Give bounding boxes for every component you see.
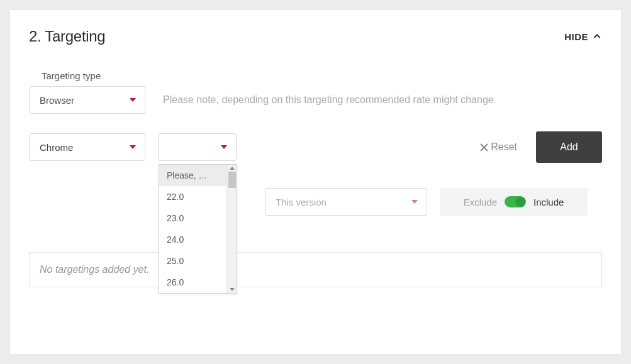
section-title: 2. Targeting [29,28,105,45]
version-option[interactable]: Please, … [159,165,226,186]
hide-button[interactable]: HIDE [564,31,602,42]
targeting-type-label: Targeting type [42,70,602,81]
scroll-track[interactable] [228,172,236,286]
caret-down-icon [411,200,418,204]
version-mode-select[interactable]: This version [265,188,427,216]
caret-down-icon [221,145,227,149]
exclude-label: Exclude [464,197,497,207]
scroll-thumb[interactable] [228,172,236,188]
hide-label: HIDE [564,31,588,42]
type-row: Browser Please note, depending on this t… [29,86,602,114]
targeting-section: 2. Targeting HIDE Targeting type Browser… [9,9,622,355]
close-icon [480,143,488,152]
version-mode-row: This version Exclude Include [265,188,602,216]
include-label: Include [533,197,564,207]
version-mode-placeholder: This version [276,197,327,207]
targeting-type-value: Browser [40,95,74,106]
scroll-up-icon[interactable] [230,167,235,170]
switch-knob [515,197,525,207]
version-dropdown: Please, … 22.0 23.0 24.0 25.0 26.0 [159,164,237,294]
version-option[interactable]: 22.0 [159,186,226,207]
section-header: 2. Targeting HIDE [29,28,602,45]
chevron-up-icon [592,31,602,41]
version-select[interactable]: Please, … 22.0 23.0 24.0 25.0 26.0 [158,133,237,161]
browser-value: Chrome [40,142,73,153]
version-option[interactable]: 24.0 [159,229,226,250]
targeting-type-select[interactable]: Browser [29,86,145,114]
add-button[interactable]: Add [536,131,602,163]
targetings-empty: No targetings added yet. [29,252,602,287]
caret-down-icon [130,98,136,102]
dropdown-scrollbar[interactable] [226,165,237,293]
rate-hint: Please note, depending on this targeting… [163,94,494,106]
include-exclude-toggle: Exclude Include [440,188,588,216]
toggle-switch[interactable] [505,196,526,207]
reset-button[interactable]: Reset [480,141,517,153]
version-option[interactable]: 26.0 [159,272,226,293]
caret-down-icon [130,145,136,149]
browser-row: Chrome Please, … 22.0 23.0 24.0 25.0 26.… [29,131,602,163]
version-option[interactable]: 23.0 [159,207,226,229]
version-option[interactable]: 25.0 [159,250,226,272]
browser-select[interactable]: Chrome [29,133,145,161]
version-dropdown-list: Please, … 22.0 23.0 24.0 25.0 26.0 [159,165,226,293]
reset-label: Reset [491,141,517,153]
scroll-down-icon[interactable] [230,288,235,291]
